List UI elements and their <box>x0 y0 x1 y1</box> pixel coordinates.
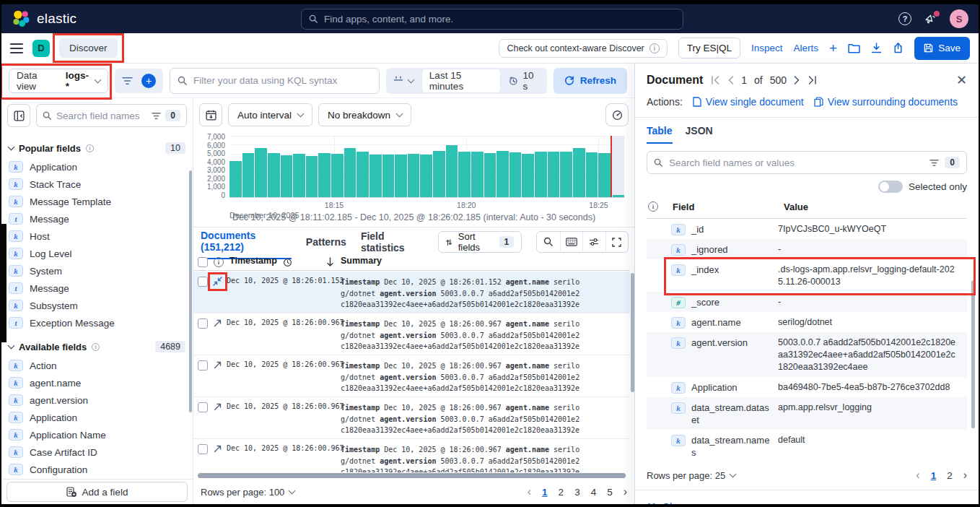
field-name[interactable]: agent.name <box>691 316 772 329</box>
filter-lines-icon[interactable] <box>929 159 939 167</box>
field-value[interactable]: serilog/dotnet <box>778 316 967 329</box>
rows-per-page-select[interactable]: Rows per page: 100 <box>201 487 294 498</box>
histogram-bar[interactable] <box>446 145 458 198</box>
next-page-arrow[interactable]: › <box>963 469 967 481</box>
edit-visualization-button[interactable] <box>199 103 222 126</box>
histogram-bar[interactable] <box>281 155 293 197</box>
field-value[interactable]: default <box>778 433 967 446</box>
page-number[interactable]: 1 <box>542 487 548 498</box>
row-checkbox[interactable] <box>198 444 208 454</box>
histogram-bar[interactable] <box>548 152 560 197</box>
histogram-bar[interactable] <box>458 152 471 197</box>
page-number[interactable]: 2 <box>947 470 953 481</box>
view-surrounding-documents-link[interactable]: View surrounding documents <box>814 96 958 108</box>
prev-page-arrow[interactable]: ‹ <box>916 469 919 481</box>
field-value[interactable]: .ds-logs-apm.app.relsvr_logging-default-… <box>778 263 967 288</box>
first-doc-icon[interactable] <box>711 76 720 84</box>
histogram-bar[interactable] <box>573 148 585 197</box>
next-doc-icon[interactable] <box>794 76 800 84</box>
histogram-bar[interactable] <box>408 154 420 197</box>
selected-only-toggle[interactable] <box>878 181 903 193</box>
refresh-button[interactable]: Refresh <box>554 68 627 94</box>
page-number[interactable]: 1 <box>931 470 937 481</box>
global-search-input[interactable]: Find apps, content, and more. <box>301 9 683 30</box>
field-name[interactable]: _ignored <box>691 243 772 256</box>
tab-patterns[interactable]: Patterns <box>306 231 346 253</box>
histogram-bar[interactable] <box>509 152 522 197</box>
field-search-input[interactable]: Search field names 0 <box>36 104 187 127</box>
display-options-button[interactable] <box>582 232 605 252</box>
row-checkbox[interactable] <box>198 277 208 287</box>
context-aware-pill[interactable]: Check out context-aware Discover i <box>499 39 667 58</box>
timestamp-column-header[interactable]: Timestamp <box>229 256 277 266</box>
expand-document-icon[interactable] <box>213 277 222 286</box>
histogram-bar[interactable] <box>318 153 331 197</box>
sort-fields-button[interactable]: Sort fields 1 <box>438 231 522 253</box>
histogram-bar[interactable] <box>369 155 382 197</box>
page-number[interactable]: 3 <box>574 487 580 498</box>
tab-json[interactable]: JSON <box>686 125 713 144</box>
doc-field-search-input[interactable]: Search field names or values 0 <box>647 151 967 174</box>
discover-app-badge[interactable]: D <box>32 40 50 57</box>
field-name[interactable]: data_stream.names <box>691 433 772 459</box>
histogram-bar[interactable] <box>471 152 484 197</box>
brand[interactable]: elastic <box>12 9 76 28</box>
field-name[interactable]: _id <box>691 222 772 235</box>
field-value[interactable]: apm.app.relsvr_logging <box>778 401 967 414</box>
newsfeed-icon[interactable] <box>924 13 937 25</box>
sidebar-field-item[interactable]: kSubsystem <box>9 297 185 314</box>
search-in-table-button[interactable] <box>537 232 559 252</box>
sidebar-field-item[interactable]: kApplication <box>9 409 185 426</box>
value-column-header[interactable]: Value <box>784 202 808 212</box>
open-folder-icon[interactable] <box>848 43 860 53</box>
histogram-bar[interactable] <box>586 152 598 197</box>
histogram-bar[interactable] <box>395 155 407 197</box>
field-column-header[interactable]: Field <box>673 202 694 212</box>
sidebar-field-item[interactable]: tException Message <box>9 314 185 332</box>
filter-lines-icon[interactable] <box>152 112 161 120</box>
sidebar-scrollbar[interactable] <box>189 170 192 412</box>
inspect-link[interactable]: Inspect <box>751 43 783 53</box>
field-name[interactable]: agent.version <box>691 336 772 349</box>
sidebar-field-item[interactable]: kContext Ch <box>9 478 185 479</box>
row-checkbox[interactable] <box>198 318 208 329</box>
expand-document-icon[interactable] <box>213 444 222 454</box>
histogram-bar[interactable] <box>598 153 611 197</box>
sidebar-field-item[interactable]: kApplication <box>9 158 185 176</box>
last-doc-icon[interactable] <box>808 76 817 84</box>
expand-document-icon[interactable] <box>213 360 222 370</box>
sidebar-field-item[interactable]: kConfiguration <box>9 461 185 478</box>
date-picker-menu-button[interactable] <box>386 68 421 94</box>
histogram-bar[interactable] <box>522 154 534 197</box>
sidebar-field-item[interactable]: kagent.name <box>9 374 185 391</box>
histogram-bar[interactable] <box>535 152 547 197</box>
flyout-rows-per-page-select[interactable]: Rows per page: 25 <box>647 470 735 481</box>
tab-table[interactable]: Table <box>647 125 673 144</box>
prev-doc-icon[interactable] <box>727 76 734 84</box>
sidebar-field-item[interactable]: kApplication Name <box>9 426 185 443</box>
menu-icon[interactable] <box>10 43 23 53</box>
add-field-button[interactable]: Add a field <box>6 482 188 502</box>
page-number[interactable]: 5 <box>607 487 613 498</box>
download-icon[interactable] <box>871 43 882 53</box>
histogram-bar[interactable] <box>255 148 267 197</box>
field-value[interactable]: 7IpVCJsBC0_u-kWYOeQT <box>778 222 967 235</box>
histogram-bar[interactable] <box>382 155 395 197</box>
expand-document-icon[interactable] <box>213 402 222 412</box>
share-icon[interactable] <box>893 43 904 53</box>
field-name[interactable]: data_stream.dataset <box>691 401 772 426</box>
row-checkbox[interactable] <box>198 402 208 412</box>
sidebar-field-item[interactable]: tMessage <box>9 280 185 297</box>
histogram-bar[interactable] <box>560 152 572 197</box>
avatar[interactable]: S <box>950 9 968 28</box>
page-number[interactable]: 4 <box>591 487 597 498</box>
collapse-sidebar-button[interactable] <box>7 104 30 127</box>
histogram-bar[interactable] <box>420 155 432 197</box>
filter-lines-icon[interactable] <box>122 77 133 85</box>
sort-desc-icon[interactable] <box>326 257 334 267</box>
flyout-scrollbar[interactable] <box>971 280 975 428</box>
row-checkbox[interactable] <box>198 360 208 370</box>
close-icon[interactable]: ✕ <box>956 74 967 87</box>
sidebar-field-item[interactable]: kSystem <box>9 262 185 280</box>
histogram-bar[interactable] <box>242 153 255 197</box>
